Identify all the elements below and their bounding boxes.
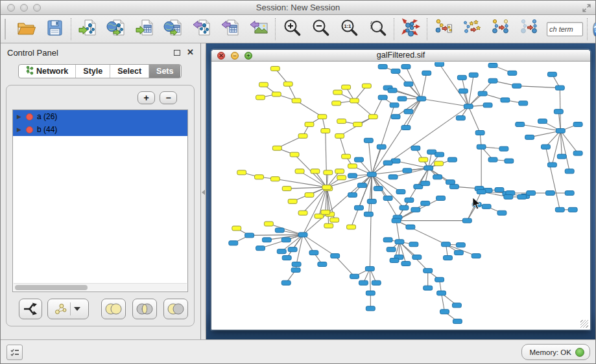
export-network-button[interactable] — [190, 17, 213, 41]
intersect-sets-button[interactable] — [132, 299, 157, 319]
zoom-in-button[interactable] — [280, 17, 304, 41]
toolbar-drag-handle[interactable] — [5, 19, 6, 40]
network-frame[interactable]: ✕ − + galFiltered.sif — [211, 49, 591, 330]
frame-close-icon[interactable]: ✕ — [217, 52, 225, 60]
zoom-fit-selected-button[interactable] — [366, 17, 389, 41]
memory-status-button[interactable]: Memory: OK — [521, 344, 590, 360]
graph-node — [488, 78, 497, 83]
create-set-menu-button[interactable] — [47, 299, 89, 319]
graph-node — [283, 82, 292, 86]
set-color-icon — [26, 113, 33, 120]
remove-set-button[interactable]: − — [160, 91, 177, 104]
select-first-neighbors-button[interactable] — [460, 17, 484, 41]
tab-style[interactable]: Style — [76, 65, 110, 78]
control-panel-header: Control Panel ✕ — [1, 43, 200, 62]
search-input[interactable] — [547, 22, 583, 36]
task-history-button[interactable] — [6, 345, 23, 360]
graph-node — [462, 218, 471, 223]
save-session-button[interactable] — [43, 17, 66, 41]
union-sets-button[interactable] — [101, 299, 126, 319]
scrollbar-thumb[interactable] — [15, 285, 88, 290]
graph-node — [519, 101, 528, 106]
network-desktop: ✕ − + galFiltered.sif — [206, 43, 595, 339]
network-graph[interactable] — [212, 62, 590, 329]
sets-list: ▶a (26)▶b (44) — [12, 109, 188, 292]
graph-node — [405, 198, 414, 202]
checklist-icon — [10, 347, 20, 358]
new-network-from-selection-file-button[interactable] — [432, 17, 455, 41]
graph-node — [399, 205, 409, 210]
graph-node — [554, 109, 563, 114]
resize-grip[interactable] — [580, 320, 588, 328]
tab-network[interactable]: Network — [19, 65, 76, 78]
import-network-url-button[interactable] — [104, 17, 128, 41]
apply-preferred-layout-button[interactable] — [399, 17, 422, 41]
new-network-selected-nodes-all-edges-icon — [491, 18, 510, 40]
graph-node — [309, 251, 318, 255]
help-button[interactable]: ? — [593, 22, 596, 37]
graph-node — [348, 164, 357, 168]
import-network-file-button[interactable] — [76, 17, 99, 41]
collapse-panel-icon[interactable] — [202, 190, 205, 195]
graph-node — [482, 204, 491, 209]
set-row[interactable]: ▶b (44) — [13, 123, 187, 136]
traffic-lights[interactable] — [7, 4, 41, 12]
network-canvas[interactable] — [212, 62, 590, 329]
graph-node — [282, 187, 291, 191]
graph-node — [403, 168, 412, 173]
graph-node — [422, 71, 431, 75]
graph-node — [364, 212, 373, 216]
graph-node — [277, 249, 286, 254]
graph-node — [395, 240, 404, 244]
frame-minimize-icon[interactable]: − — [231, 52, 239, 60]
graph-node — [292, 262, 301, 267]
set-row[interactable]: ▶a (26) — [13, 110, 187, 123]
graph-node — [377, 144, 386, 149]
graph-node — [444, 256, 453, 260]
float-panel-icon[interactable] — [174, 50, 180, 56]
export-image-button[interactable] — [247, 17, 270, 41]
network-frame-titlebar[interactable]: ✕ − + galFiltered.sif — [211, 50, 590, 62]
graph-node — [262, 238, 271, 242]
import-table-file-button[interactable] — [133, 17, 156, 41]
zoom-out-button[interactable] — [309, 17, 332, 41]
graph-node — [333, 90, 342, 95]
fullscreen-icon[interactable] — [582, 3, 591, 13]
minimize-window-icon[interactable] — [20, 4, 28, 12]
graph-node — [366, 306, 375, 311]
panel-divider[interactable] — [201, 43, 206, 339]
close-panel-icon[interactable]: ✕ — [187, 49, 194, 56]
graph-node — [321, 210, 330, 214]
graph-node — [321, 129, 330, 133]
tab-sets[interactable]: Sets — [149, 65, 180, 78]
graph-node — [229, 241, 238, 245]
tab-select[interactable]: Select — [110, 65, 149, 78]
graph-node — [412, 255, 422, 260]
add-set-button[interactable]: + — [137, 91, 155, 104]
new-network-selected-nodes-all-edges-button[interactable] — [489, 17, 512, 41]
zoom-actual-size-button[interactable]: 1:1 — [337, 17, 361, 41]
split-sets-button[interactable] — [19, 299, 42, 319]
graph-node — [483, 103, 492, 108]
export-table-button[interactable] — [219, 17, 242, 41]
expand-triangle-icon[interactable]: ▶ — [17, 113, 26, 120]
close-window-icon[interactable] — [7, 4, 15, 12]
expand-triangle-icon[interactable]: ▶ — [17, 126, 26, 133]
open-session-button[interactable] — [14, 17, 38, 41]
graph-node — [449, 185, 459, 189]
window-titlebar[interactable]: Session: New Session — [1, 1, 595, 15]
difference-sets-button[interactable] — [163, 299, 188, 319]
graph-node — [401, 262, 411, 266]
horizontal-scrollbar[interactable] — [14, 283, 187, 291]
frame-maximize-icon[interactable]: + — [244, 52, 252, 60]
new-network-selected-nodes-selected-edges-button[interactable] — [518, 17, 541, 41]
graph-node — [435, 62, 444, 66]
graph-node — [508, 71, 517, 75]
graph-node — [409, 242, 418, 247]
import-table-url-button[interactable] — [161, 17, 185, 41]
graph-node — [545, 191, 554, 196]
graph-node — [390, 258, 399, 263]
maximize-window-icon[interactable] — [33, 4, 41, 12]
graph-node — [475, 130, 484, 135]
control-panel: Control Panel ✕ NetworkStyleSelectSets +… — [1, 43, 201, 339]
